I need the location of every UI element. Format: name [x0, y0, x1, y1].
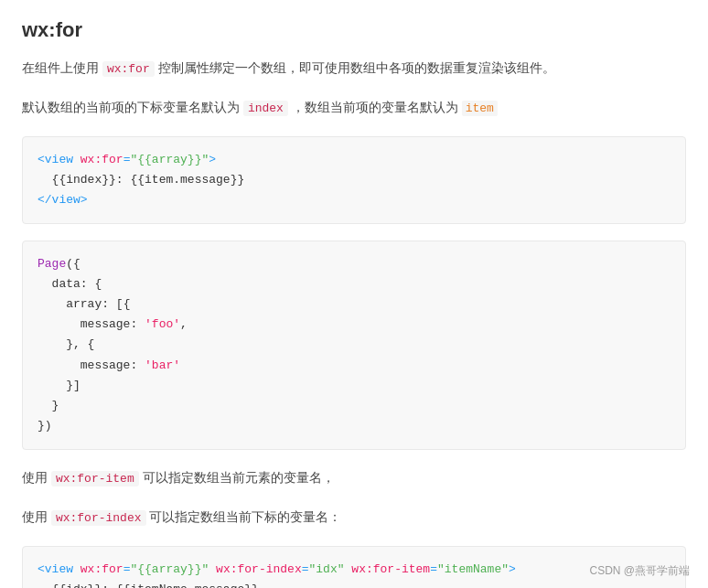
desc4-suffix: 可以指定数组当前下标的变量名：: [146, 509, 342, 524]
code-block-3: <view wx:for="{{array}}" wx:for-index="i…: [22, 546, 686, 588]
code-line-2: {{index}}: {{item.message}}: [38, 170, 670, 190]
desc2-code2: item: [462, 101, 498, 116]
desc2-prefix: 默认数组的当前项的下标变量名默认为: [22, 100, 243, 114]
code-line-closepage: }): [38, 416, 670, 436]
code-line-1: <view wx:for="{{array}}">: [38, 150, 670, 170]
desc-1: 在组件上使用 wx:for 控制属性绑定一个数组，即可使用数组中各项的数据重复渲…: [22, 57, 686, 80]
desc3-prefix: 使用: [22, 470, 51, 485]
code3-line-2: {{idx}}: {{itemName.message}}: [38, 580, 670, 588]
code-line-page: Page({: [38, 254, 670, 274]
desc1-middle: 控制属性绑定一个数组，即可使用数组中各项的数据重复渲染该组件。: [155, 60, 555, 75]
desc1-code: wx:for: [102, 61, 155, 77]
desc4-prefix: 使用: [22, 509, 51, 524]
desc3-suffix: 可以指定数组当前元素的变量名，: [139, 470, 335, 485]
desc-2: 默认数组的当前项的下标变量名默认为 index ，数组当前项的变量名默认为 it…: [22, 96, 686, 119]
code-line-obj2: }, {: [38, 335, 670, 355]
page-title: wx:for: [22, 18, 686, 42]
desc1-prefix: 在组件上使用: [22, 60, 102, 75]
code-line-array: array: [{: [38, 294, 670, 315]
code-line-closedata: }: [38, 396, 670, 416]
desc-3: 使用 wx:for-item 可以指定数组当前元素的变量名，: [22, 466, 686, 489]
code3-line-1: <view wx:for="{{array}}" wx:for-index="i…: [38, 560, 670, 580]
code-block-1: <view wx:for="{{array}}"> {{index}}: {{i…: [22, 136, 686, 224]
code-line-msg2: message: 'bar': [38, 356, 670, 376]
desc-4: 使用 wx:for-index 可以指定数组当前下标的变量名：: [22, 506, 686, 529]
code-line-data: data: {: [38, 274, 670, 294]
watermark: CSDN @燕哥学前端: [589, 563, 690, 579]
desc2-middle: ，数组当前项的变量名默认为: [288, 100, 462, 114]
code-line-msg1: message: 'foo',: [38, 315, 670, 335]
code-line-closearr: }]: [38, 376, 670, 396]
desc4-code: wx:for-index: [51, 510, 146, 526]
code-line-3: </view>: [38, 190, 670, 210]
desc3-code: wx:for-item: [51, 471, 139, 486]
desc2-code1: index: [243, 101, 288, 116]
code-block-2: Page({ data: { array: [{ message: 'foo',…: [22, 241, 686, 450]
